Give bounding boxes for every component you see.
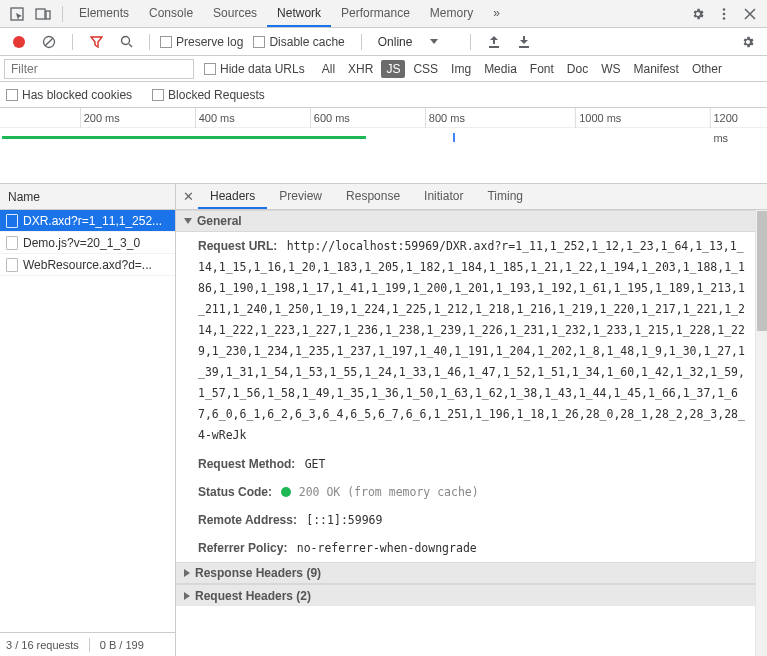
timeline-tick: 200 ms [80, 108, 120, 128]
main-toolbar: ElementsConsoleSourcesNetworkPerformance… [0, 0, 767, 28]
filter-type-img[interactable]: Img [446, 60, 476, 78]
file-icon [6, 214, 18, 228]
timeline-tick: 600 ms [310, 108, 350, 128]
timeline-tick: 800 ms [425, 108, 465, 128]
filter-bar: Hide data URLs AllXHRJSCSSImgMediaFontDo… [0, 56, 767, 82]
filter-type-doc[interactable]: Doc [562, 60, 593, 78]
status-code-label: Status Code: [198, 485, 272, 499]
status-bar: 3 / 16 requests 0 B / 199 [0, 632, 175, 656]
blocked-cookies-checkbox[interactable]: Has blocked cookies [6, 88, 132, 102]
request-row[interactable]: DXR.axd?r=1_11,1_252... [0, 210, 175, 232]
svg-rect-8 [489, 46, 499, 48]
tab-memory[interactable]: Memory [420, 0, 483, 27]
status-ok-icon [281, 487, 291, 497]
upload-har-icon[interactable] [484, 32, 504, 52]
request-row[interactable]: WebResource.axd?d=... [0, 254, 175, 276]
svg-rect-2 [46, 11, 50, 19]
request-url-value: http://localhost:59969/DXR.axd?r=1_11,1_… [198, 239, 745, 442]
record-icon[interactable] [9, 32, 29, 52]
file-icon [6, 258, 18, 272]
remote-address-value: [::1]:59969 [306, 513, 382, 527]
filter-type-js[interactable]: JS [381, 60, 405, 78]
status-code-value: 200 OK (from memory cache) [299, 485, 479, 499]
more-tabs-icon[interactable]: » [483, 0, 510, 27]
detail-tab-preview[interactable]: Preview [267, 184, 334, 209]
timeline-tick: 1000 ms [575, 108, 621, 128]
gear-icon[interactable] [688, 4, 708, 24]
chevron-down-icon [430, 39, 438, 44]
request-count: 3 / 16 requests [6, 633, 79, 656]
timeline-bar [2, 136, 366, 139]
svg-point-5 [723, 17, 726, 20]
chevron-right-icon [184, 592, 190, 600]
blocked-requests-checkbox[interactable]: Blocked Requests [152, 88, 265, 102]
chevron-right-icon [184, 569, 190, 577]
tab-network[interactable]: Network [267, 0, 331, 27]
svg-point-7 [121, 37, 129, 45]
tab-sources[interactable]: Sources [203, 0, 267, 27]
timeline[interactable]: 200 ms400 ms600 ms800 ms1000 ms1200 ms [0, 108, 767, 184]
filter-type-ws[interactable]: WS [596, 60, 625, 78]
svg-point-4 [723, 12, 726, 15]
network-toolbar: Preserve log Disable cache Online [0, 28, 767, 56]
disable-cache-checkbox[interactable]: Disable cache [253, 35, 344, 49]
remote-address-label: Remote Address: [198, 513, 297, 527]
search-icon[interactable] [116, 32, 136, 52]
filter-type-css[interactable]: CSS [408, 60, 443, 78]
detail-tab-initiator[interactable]: Initiator [412, 184, 475, 209]
request-row[interactable]: Demo.js?v=20_1_3_0 [0, 232, 175, 254]
timeline-dom-marker [453, 133, 455, 142]
inspect-icon[interactable] [7, 4, 27, 24]
timeline-tick: 1200 ms [709, 108, 747, 128]
svg-point-3 [723, 8, 726, 11]
request-method-value: GET [305, 457, 326, 471]
filter-icon[interactable] [86, 32, 106, 52]
throttling-select[interactable]: Online [372, 33, 451, 51]
request-name: WebResource.axd?d=... [23, 258, 152, 272]
request-name: DXR.axd?r=1_11,1_252... [23, 214, 162, 228]
request-name: Demo.js?v=20_1_3_0 [23, 236, 140, 250]
detail-body: General Request URL: http://localhost:59… [176, 210, 755, 656]
detail-panel: ✕ HeadersPreviewResponseInitiatorTiming … [176, 184, 767, 656]
filter-type-all[interactable]: All [317, 60, 340, 78]
tab-elements[interactable]: Elements [69, 0, 139, 27]
filter-type-manifest[interactable]: Manifest [629, 60, 684, 78]
chevron-down-icon [184, 218, 192, 224]
name-column-header[interactable]: Name [0, 184, 175, 210]
download-har-icon[interactable] [514, 32, 534, 52]
filter-type-media[interactable]: Media [479, 60, 522, 78]
file-icon [6, 236, 18, 250]
section-request-headers[interactable]: Request Headers (2) [176, 584, 755, 606]
close-detail-icon[interactable]: ✕ [178, 189, 198, 204]
request-method-label: Request Method: [198, 457, 295, 471]
filter-type-xhr[interactable]: XHR [343, 60, 378, 78]
referrer-policy-value: no-referrer-when-downgrade [297, 541, 477, 555]
svg-rect-1 [36, 9, 45, 19]
detail-tab-response[interactable]: Response [334, 184, 412, 209]
clear-icon[interactable] [39, 32, 59, 52]
filter-bar-2: Has blocked cookies Blocked Requests [0, 82, 767, 108]
filter-type-other[interactable]: Other [687, 60, 727, 78]
filter-type-font[interactable]: Font [525, 60, 559, 78]
device-toggle-icon[interactable] [33, 4, 53, 24]
section-general[interactable]: General [176, 210, 755, 232]
request-url-label: Request URL: [198, 239, 277, 253]
svg-rect-9 [519, 46, 529, 48]
preserve-log-checkbox[interactable]: Preserve log [160, 35, 243, 49]
network-settings-icon[interactable] [738, 32, 758, 52]
tab-performance[interactable]: Performance [331, 0, 420, 27]
section-response-headers[interactable]: Response Headers (9) [176, 562, 755, 584]
close-icon[interactable] [740, 4, 760, 24]
filter-input[interactable] [4, 59, 194, 79]
hide-data-urls-checkbox[interactable]: Hide data URLs [204, 62, 305, 76]
kebab-icon[interactable] [714, 4, 734, 24]
detail-tab-headers[interactable]: Headers [198, 184, 267, 209]
transfer-size: 0 B / 199 [100, 633, 144, 656]
scrollbar[interactable] [755, 210, 767, 656]
referrer-policy-label: Referrer Policy: [198, 541, 287, 555]
request-list-panel: Name DXR.axd?r=1_11,1_252...Demo.js?v=20… [0, 184, 176, 656]
detail-tab-timing[interactable]: Timing [475, 184, 535, 209]
timeline-tick: 400 ms [195, 108, 235, 128]
tab-console[interactable]: Console [139, 0, 203, 27]
